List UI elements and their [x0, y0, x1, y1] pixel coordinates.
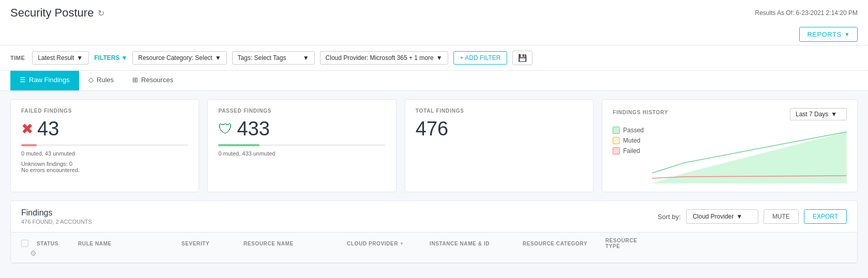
mute-button[interactable]: MUTE: [764, 209, 799, 224]
chevron-down-icon: ▼: [831, 111, 837, 118]
findings-history-header: FINDINGS HISTORY Last 7 Days ▼: [613, 108, 847, 120]
findings-chart: [652, 127, 847, 183]
top-header: Security Posture ↻ Results As Of: 6-23-2…: [0, 0, 868, 24]
tabs-bar: ☰ Raw Findings ◇ Rules ⊞ Resources: [0, 71, 868, 91]
failed-findings-label: FAILED FINDINGS: [21, 108, 188, 114]
sort-by-label: Sort by:: [658, 213, 681, 221]
resources-icon: ⊞: [132, 76, 138, 84]
chevron-down-icon: ▼: [303, 54, 309, 61]
filters-link[interactable]: FILTERS ▼: [94, 54, 127, 61]
filters-bar: TIME Latest Result ▼ FILTERS ▼ Resource …: [0, 45, 868, 71]
th-resource-category[interactable]: RESOURCE CATEGORY: [523, 241, 605, 246]
unknown-findings-text: Unknown findings: 0: [21, 161, 188, 167]
th-resource-name[interactable]: RESOURCE NAME: [243, 241, 347, 246]
legend-muted-label: Muted: [623, 137, 640, 144]
column-settings-button[interactable]: ⚙: [21, 249, 37, 257]
th-status[interactable]: STATUS: [37, 241, 78, 246]
results-as-of: Results As Of: 6-23-2021 2:14:20 PM: [755, 9, 858, 17]
chevron-down-icon: ▼: [436, 54, 443, 61]
findings-controls: Sort by: Cloud Provider ▼ MUTE EXPORT: [658, 209, 847, 224]
refresh-icon[interactable]: ↻: [98, 8, 104, 18]
findings-history-content: Passed Muted Failed: [613, 127, 847, 183]
chart-legend: Passed Muted Failed: [613, 127, 644, 155]
no-errors-text: No errors encountered.: [21, 167, 188, 173]
reports-toolbar: REPORTS ▼: [0, 24, 868, 45]
findings-count: 476 FOUND, 2 ACCOUNTS: [21, 219, 92, 225]
failed-muted-text: 0 muted, 43 unmuted: [21, 150, 188, 157]
failed-progress-bar: [21, 144, 37, 146]
total-findings-label: TOTAL FINDINGS: [416, 108, 583, 114]
total-findings-panel: TOTAL FINDINGS 476: [405, 99, 593, 192]
findings-section: Findings 476 FOUND, 2 ACCOUNTS Sort by: …: [10, 200, 858, 264]
legend-passed-box: [613, 127, 620, 134]
save-filter-button[interactable]: 💾: [512, 51, 532, 65]
legend-muted-box: [613, 137, 620, 144]
main-content: FAILED FINDINGS ✖ 43 0 muted, 43 unmuted…: [0, 91, 868, 272]
sort-arrow-icon: ▼: [400, 241, 404, 246]
failed-count: 43: [37, 118, 59, 140]
th-cloud-provider[interactable]: CLOUD PROVIDER ▼: [347, 241, 430, 246]
table-header: STATUS RULE NAME SEVERITY RESOURCE NAME …: [11, 233, 857, 263]
tab-raw-findings[interactable]: ☰ Raw Findings: [10, 71, 79, 90]
passed-progress-bar: [218, 144, 260, 146]
reports-button[interactable]: REPORTS ▼: [799, 27, 858, 42]
select-all-checkbox[interactable]: [21, 240, 28, 247]
passed-muted-text: 0 muted, 433 unmuted: [218, 150, 385, 157]
findings-title-block: Findings 476 FOUND, 2 ACCOUNTS: [21, 208, 92, 225]
time-label: TIME: [10, 55, 25, 61]
findings-history-label: FINDINGS HISTORY: [613, 110, 668, 115]
total-count: 476: [416, 118, 448, 140]
page-title: Security Posture ↻: [10, 6, 104, 20]
failed-findings-panel: FAILED FINDINGS ✖ 43 0 muted, 43 unmuted…: [10, 99, 199, 192]
th-severity[interactable]: SEVERITY: [181, 241, 243, 246]
findings-header: Findings 476 FOUND, 2 ACCOUNTS Sort by: …: [11, 201, 857, 233]
tab-rules[interactable]: ◇ Rules: [79, 71, 123, 90]
add-filter-button[interactable]: + ADD FILTER: [453, 51, 508, 65]
passed-progress-container: [218, 144, 385, 146]
export-button[interactable]: EXPORT: [804, 209, 847, 224]
passed-findings-panel: PASSED FINDINGS 🛡 433 0 muted, 433 unmut…: [207, 99, 396, 192]
chevron-down-icon: ▼: [845, 32, 850, 37]
resource-category-filter[interactable]: Resource Category: Select ▼: [132, 51, 226, 65]
legend-passed-label: Passed: [623, 127, 644, 134]
failed-findings-value-row: ✖ 43: [21, 118, 188, 140]
failed-progress-container: [21, 144, 188, 146]
findings-title: Findings: [21, 208, 92, 218]
tags-filter[interactable]: Tags: Select Tags ▼: [232, 51, 315, 65]
legend-failed-box: [613, 147, 620, 155]
passed-findings-label: PASSED FINDINGS: [218, 108, 385, 114]
tab-resources[interactable]: ⊞ Resources: [123, 71, 182, 90]
legend-muted: Muted: [613, 137, 644, 144]
passed-icon: 🛡: [218, 120, 233, 137]
passed-findings-value-row: 🛡 433: [218, 118, 385, 140]
stats-row: FAILED FINDINGS ✖ 43 0 muted, 43 unmuted…: [10, 99, 858, 192]
cloud-provider-filter[interactable]: Cloud Provider: Microsoft 365 + 1 more ▼: [320, 51, 448, 65]
time-select[interactable]: Latest Result ▼: [32, 51, 89, 65]
th-resource-type[interactable]: RESOURCE TYPE: [605, 238, 626, 249]
findings-history-panel: FINDINGS HISTORY Last 7 Days ▼ Passed Mu: [602, 99, 858, 192]
th-instance-name[interactable]: INSTANCE NAME & ID: [430, 241, 523, 246]
sort-select[interactable]: Cloud Provider ▼: [686, 209, 758, 224]
failed-icon: ✖: [21, 120, 33, 137]
chevron-down-icon: ▼: [215, 54, 221, 61]
legend-failed-label: Failed: [623, 147, 640, 155]
rules-icon: ◇: [88, 76, 94, 84]
th-rule-name[interactable]: RULE NAME: [78, 241, 181, 246]
chevron-down-icon: ▼: [736, 213, 742, 220]
chevron-down-icon: ▼: [77, 54, 83, 61]
period-select[interactable]: Last 7 Days ▼: [790, 108, 847, 120]
legend-passed: Passed: [613, 127, 644, 134]
raw-findings-icon: ☰: [20, 76, 26, 84]
legend-failed: Failed: [613, 147, 644, 155]
select-all-checkbox-cell[interactable]: [21, 240, 37, 247]
total-findings-value-row: 476: [416, 118, 583, 140]
chart-svg: [652, 127, 847, 183]
passed-count: 433: [237, 118, 269, 140]
chevron-down-icon: ▼: [121, 54, 127, 61]
